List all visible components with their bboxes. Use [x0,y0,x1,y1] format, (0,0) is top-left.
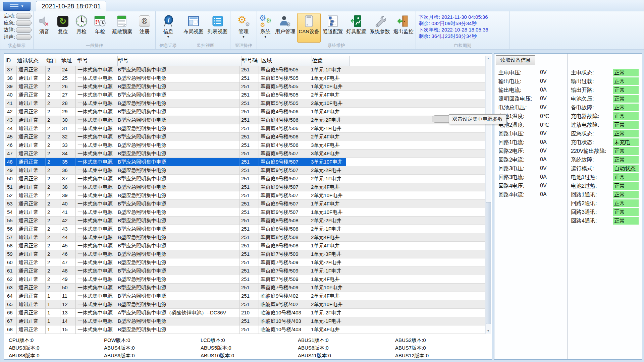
measurement-row: 回路4电流:0A [498,191,524,199]
table-row[interactable]: 40通讯正常227一体式集中电源B型应急照明集中电源251翠茵庭5号楼/5052… [5,91,485,99]
measurement-label: 主电电压: [498,70,521,75]
table-row[interactable]: 50通讯正常237一体式集中电源B型应急照明集中电源251翠茵庭9号楼/5072… [5,175,485,183]
column-header-area[interactable]: 区域 [261,56,312,66]
table-row[interactable]: 41通讯正常228一体式集中电源B型应急照明集中电源251翠茵庭5号楼/5052… [5,99,485,108]
cell-id: 53 [5,200,17,208]
toolbar-button-user-manage[interactable]: ⚙用户管理 [274,13,297,43]
toolbar-button-mute[interactable]: ✕消音 [37,13,52,43]
table-row[interactable]: 49通讯正常236一体式集中电源B型应急照明集中电源251翠茵庭9号楼/5072… [5,166,485,175]
toolbar-button-manage-gear[interactable]: ⚙⚙管理▼ [236,13,251,43]
table-row[interactable]: 37通讯正常224一体式集中电源B型应急照明集中电源251翠茵庭5号楼/5051… [5,66,485,74]
toolbar-button-wrench[interactable]: 系统参数 [369,13,391,43]
status-row: 220V输出故障:正常 [571,148,606,156]
table-row[interactable]: 53通讯正常240一体式集中电源B型应急照明集中电源251翠茵庭9号楼/5071… [5,200,485,208]
toolbar-button-layout-view[interactable]: 布局视图 [182,13,205,43]
measurement-value: 0℃ [540,113,549,119]
toolbar-button-monthly-check-clock[interactable]: 月检 [74,13,89,43]
column-header-model-code[interactable]: 型号码 [241,56,261,66]
cell-area: 翠茵庭7号楼/509 [259,250,309,258]
table-row[interactable]: 44通讯正常231一体式集中电源B型应急照明集中电源251翠茵庭4号楼/5062… [5,124,485,133]
toolbar-button-register[interactable]: ®注册 [137,13,152,43]
app-menu-button[interactable]: ▼ [3,2,31,11]
table-row[interactable]: 47通讯正常234一体式集中电源B型应急照明集中电源251翠茵庭9号楼/5073… [5,149,485,158]
window-title-tab[interactable]: 2021-10-28 18:07:01 [36,1,106,11]
table-row[interactable]: 64通讯正常111一体式集中电源B型应急照明集中电源251临波庭9号楼/4022… [5,292,485,300]
table-row[interactable]: 60通讯正常247一体式集中电源B型应急照明集中电源251翠茵庭7号楼/5091… [5,258,485,267]
table-row[interactable]: 55通讯正常242一体式集中电源B型应急照明集中电源251翠茵庭8号楼/5082… [5,217,485,225]
column-header-comm-status[interactable]: 通讯状态 [17,56,46,66]
cell-filler [346,158,485,166]
scroll-up-icon[interactable]: ▲ [486,56,491,61]
table-row[interactable]: 67通讯正常114一体式集中电源B型应急照明集中电源251临波庭10号楼/403… [5,317,485,325]
toolbar-button-info[interactable]: i信息▼ [161,13,176,43]
cell-comm-status: 通讯正常 [17,275,46,284]
table-row[interactable]: 56通讯正常243一体式集中电源B型应急照明集中电源251翠茵庭8号楼/5082… [5,225,485,233]
table-row[interactable]: 52通讯正常239一体式集中电源B型应急照明集中电源251翠茵庭9号楼/5072… [5,191,485,200]
toolbar-button-reset[interactable]: ↻复位 [55,13,71,43]
column-header-port[interactable]: 端口 [46,56,61,66]
cell-address: 49 [60,275,76,284]
table-row[interactable]: 57通讯正常244一体式集中电源B型应急照明集中电源251翠茵庭8号楼/5082… [5,233,485,242]
cell-model-code: 251 [239,242,259,250]
column-header-position[interactable]: 位置 [312,56,349,66]
cell-area: 临波庭9号楼/402 [259,300,309,309]
measurement-value: 0V [540,130,547,136]
table-row[interactable]: 51通讯正常238一体式集中电源B型应急照明集中电源251翠茵庭9号楼/5072… [5,183,485,191]
status-badge: 正常 [613,69,639,76]
scroll-down-icon[interactable]: ▼ [486,328,491,334]
cell-model: 一体式集中电源 [76,158,116,166]
table-row[interactable]: 38通讯正常225一体式集中电源B型应急照明集中电源251翠茵庭5号楼/5051… [5,74,485,82]
measurement-row: 回路4电压:0V [498,183,524,191]
column-header-model[interactable]: 型号 [77,56,118,66]
table-row[interactable]: 65通讯正常112一体式集中电源B型应急照明集中电源251临波庭9号楼/4022… [5,300,485,309]
vertical-scrollbar[interactable]: ▲ ▼ [485,56,491,334]
table-row[interactable]: 62通讯正常249一体式集中电源B型应急照明集中电源251翠茵庭7号楼/5091… [5,275,485,284]
toolbar-button-channel-config[interactable]: 通道配置 [321,13,344,43]
cell-model-code: 251 [239,183,259,191]
cell-address: 26 [60,82,76,91]
measurement-row: 回路1电流:0A [498,139,524,147]
table-row[interactable]: 42通讯正常229一体式集中电源B型应急照明集中电源251翠茵庭4号楼/5061… [5,108,485,116]
app-window: ▼ 2021-10-28 18:07:01 启动:应急:故障:消声: 状态提示 … [0,0,644,362]
toolbar-button-annual-check-calendar[interactable]: 年检 [92,13,108,43]
measurement-row: 主电电压:0V [498,69,521,77]
cell-address: 48 [60,267,76,275]
column-header-address[interactable]: 地址 [61,56,77,66]
selfcheck-info-line: 下次年检: 2022-10-28 18:05:36 [419,26,509,33]
column-header-id[interactable]: ID [5,56,17,66]
toolbar-button-can-device[interactable]: CAN设备 [297,13,321,43]
cell-address: 47 [60,258,76,267]
cell-comm-status: 通讯正常 [17,116,46,124]
table-row[interactable]: 68通讯正常115一体式集中电源B型应急照明集中电源251临波庭10号楼/403… [5,325,485,334]
table-row[interactable]: 46通讯正常233一体式集中电源B型应急照明集中电源251翠茵庭4号楼/5063… [5,141,485,149]
table-row[interactable]: 45通讯正常232一体式集中电源B型应急照明集中电源251翠茵庭4号楼/5062… [5,133,485,141]
table-row[interactable]: 43通讯正常230一体式集中电源B型应急照明集中电源251翠茵庭4号楼/5062… [5,116,485,124]
table-row[interactable]: 59通讯正常246一体式集中电源B型应急照明集中电源251翠茵庭7号楼/5091… [5,250,485,258]
table-row[interactable]: 54通讯正常241一体式集中电源B型应急照明集中电源251翠茵庭9号楼/5071… [5,208,485,217]
table-row[interactable]: 58通讯正常245一体式集中电源B型应急照明集中电源251翠茵庭8号楼/5081… [5,242,485,250]
cell-model-name: B型应急照明集中电源 [116,208,239,217]
column-header-model-name[interactable]: 型号 [118,56,241,66]
table-row[interactable]: 63通讯正常250一体式集中电源B型应急照明集中电源251翠茵庭7号楼/5091… [5,284,485,292]
cell-model-name: B型应急照明集中电源 [116,242,239,250]
cell-area: 临波庭10号楼/403 [259,309,309,317]
table-row[interactable]: 66通讯正常113一体式集中电源A型应急照明集中电源（磷酸铁锂电池）--DC36… [5,309,485,317]
toolbar-button-system-gears[interactable]: ⚙⚙⚙系统▼ [258,13,273,43]
cell-model: 一体式集中电源 [76,217,116,225]
scrollbar-thumb[interactable] [486,202,491,324]
cell-position: 1单元-1F电井 [309,66,346,74]
table-row[interactable]: 48通讯正常235一体式集中电源B型应急照明集中电源251翠茵庭9号楼/5073… [5,158,485,166]
toolbar-button-exit-door[interactable]: 退出监控 [392,13,415,43]
table-row[interactable]: 61通讯正常248一体式集中电源B型应急照明集中电源251翠茵庭7号楼/5091… [5,267,485,275]
cell-model-code: 251 [239,175,259,183]
cell-model: 一体式集中电源 [76,275,116,284]
cell-model-code: 251 [239,133,259,141]
cell-port: 2 [46,175,60,183]
toolbar-button-evacuation-plan[interactable]: 疏散预案 [111,13,133,43]
read-device-info-button[interactable]: 读取设备信息 [496,55,535,65]
toolbar-button-label: CAN设备 [299,28,319,35]
cell-filler [346,166,485,175]
toolbar-button-lamp-config-exit[interactable]: 灯具配置 [345,13,368,43]
table-row[interactable]: 39通讯正常226一体式集中电源B型应急照明集中电源251翠茵庭5号楼/5051… [5,82,485,91]
toolbar-button-list-view[interactable]: 列表视图 [206,13,229,43]
